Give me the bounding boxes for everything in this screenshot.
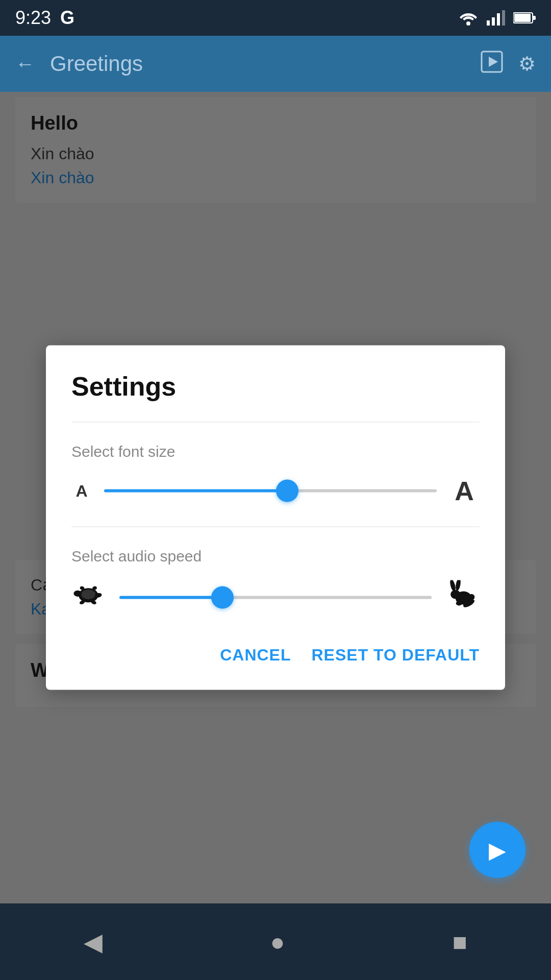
svg-rect-2: [492, 17, 495, 26]
svg-point-21: [455, 580, 462, 592]
font-slider-fill: [104, 489, 287, 493]
font-size-slider[interactable]: [104, 481, 437, 501]
font-slider-empty: [287, 489, 437, 493]
turtle-icon: [71, 580, 107, 615]
audio-speed-slider[interactable]: [119, 587, 432, 608]
cancel-button[interactable]: CANCEL: [220, 641, 291, 670]
svg-rect-6: [514, 14, 531, 22]
font-size-slider-row: A A: [71, 476, 480, 506]
fab-play-icon: ▶: [489, 837, 506, 863]
svg-point-0: [466, 21, 470, 26]
dialog-top-divider: [71, 422, 480, 423]
font-slider-thumb[interactable]: [276, 480, 298, 502]
nav-home-icon[interactable]: ●: [270, 928, 285, 956]
svg-rect-1: [487, 20, 490, 26]
settings-dialog: Settings Select font size A A Select aud…: [46, 346, 505, 690]
reset-to-default-button[interactable]: RESET TO DEFAULT: [312, 641, 480, 670]
audio-slider-empty: [222, 596, 432, 599]
status-time: 9:23: [15, 7, 51, 29]
fab-play-button[interactable]: ▶: [469, 822, 525, 878]
battery-icon: [513, 12, 536, 24]
svg-marker-9: [489, 57, 498, 67]
svg-rect-4: [502, 10, 505, 26]
play-icon[interactable]: [481, 51, 503, 78]
section-divider: [71, 527, 480, 527]
svg-rect-3: [497, 13, 500, 26]
font-size-label: Select font size: [71, 443, 480, 460]
dialog-buttons: CANCEL RESET TO DEFAULT: [71, 641, 480, 670]
nav-recent-icon[interactable]: ■: [453, 928, 467, 956]
font-small-label: A: [71, 481, 92, 500]
settings-icon[interactable]: ⚙: [518, 53, 536, 75]
wifi-icon: [458, 10, 479, 26]
status-right: [458, 10, 536, 26]
nav-back-icon[interactable]: ◀: [84, 927, 103, 956]
svg-point-11: [81, 590, 95, 599]
back-button[interactable]: ←: [15, 53, 35, 75]
svg-point-24: [468, 594, 474, 600]
status-bar: 9:23 G: [0, 0, 551, 36]
status-left: 9:23 G: [15, 7, 74, 29]
rabbit-icon: [444, 580, 480, 615]
svg-point-19: [450, 590, 460, 599]
bottom-navigation: ◀ ● ■: [0, 903, 551, 980]
audio-slider-track: [119, 596, 432, 599]
svg-point-23: [456, 601, 462, 606]
dialog-title: Settings: [71, 371, 480, 402]
app-bar-title: Greetings: [50, 52, 465, 76]
font-large-label: A: [449, 476, 480, 506]
status-g-icon: G: [60, 7, 74, 29]
font-slider-track: [104, 489, 437, 493]
audio-slider-thumb[interactable]: [211, 586, 234, 609]
audio-slider-fill: [119, 596, 222, 599]
audio-speed-label: Select audio speed: [71, 548, 480, 565]
audio-speed-slider-row: [71, 580, 480, 615]
svg-point-12: [73, 591, 82, 597]
signal-icon: [487, 10, 505, 26]
svg-rect-7: [533, 16, 536, 20]
app-bar: ← Greetings ⚙: [0, 36, 551, 92]
